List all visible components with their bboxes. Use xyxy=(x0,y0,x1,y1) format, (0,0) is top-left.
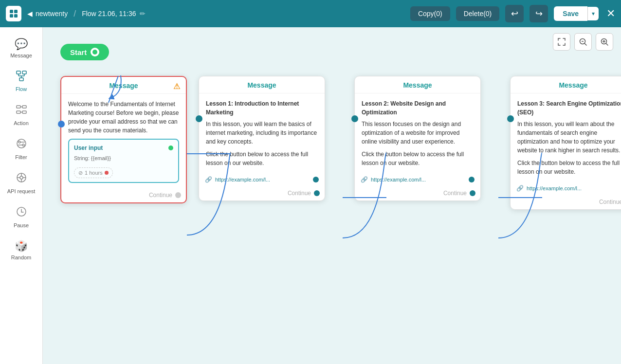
delete-button[interactable]: Delete(0) xyxy=(456,6,500,21)
node1-continue-row: Continue xyxy=(61,189,186,202)
workspace-name: newtwenty xyxy=(36,10,68,18)
node3-body: Lesson 2: Website Design and Optimizatio… xyxy=(355,93,480,173)
action-icon xyxy=(16,104,27,118)
node3-continue-label: Continue xyxy=(443,190,467,197)
edit-flow-name-icon[interactable]: ✏ xyxy=(140,10,146,18)
node2-continue-row: Continue xyxy=(199,187,325,200)
copy-button[interactable]: Copy(0) xyxy=(410,6,450,21)
node4-lesson-desc: In this lesson, you will learn about the… xyxy=(517,120,621,155)
fit-view-button[interactable] xyxy=(553,33,570,51)
api-icon xyxy=(16,172,27,186)
svg-line-31 xyxy=(585,44,587,46)
node4-left-connector[interactable] xyxy=(507,115,514,122)
workspace-arrow-icon: ◀ xyxy=(27,10,33,18)
sidebar-item-api[interactable]: API request xyxy=(3,167,40,199)
node4-continue-row: Continue xyxy=(511,196,621,209)
svg-rect-11 xyxy=(17,106,20,108)
node4-header: Message xyxy=(511,76,621,93)
node4-type-label: Message xyxy=(559,81,587,89)
node4-cta: Click the button below to access the ful… xyxy=(517,159,621,176)
node4-link-text: https://example.com/l... xyxy=(527,185,621,191)
warning-icon: ⚠ xyxy=(173,82,180,91)
start-label: Start xyxy=(70,48,87,56)
node1-continue-dot xyxy=(175,192,181,198)
svg-point-18 xyxy=(18,141,20,143)
sidebar-item-flow[interactable]: Flow xyxy=(3,65,40,97)
sidebar-item-random[interactable]: 🎲 Random xyxy=(3,235,40,265)
sidebar-item-action[interactable]: Action xyxy=(3,99,40,131)
node-3[interactable]: Message Lesson 2: Website Design and Opt… xyxy=(354,76,481,201)
node-4[interactable]: Message Lesson 3: Search Engine Optimiza… xyxy=(510,76,621,210)
node4-continue-label: Continue xyxy=(599,199,621,205)
svg-point-19 xyxy=(22,144,24,146)
save-dropdown-button[interactable]: ▾ xyxy=(587,7,599,20)
node3-lesson-title: Lesson 2: Website Design and Optimizatio… xyxy=(362,99,474,117)
workspace-selector[interactable]: ◀ newtwenty xyxy=(27,10,68,18)
svg-rect-0 xyxy=(10,10,13,13)
sidebar-item-label-pause: Pause xyxy=(14,222,29,228)
node3-left-connector[interactable] xyxy=(351,115,358,122)
svg-rect-6 xyxy=(19,78,23,81)
node2-left-connector[interactable] xyxy=(196,115,202,122)
node3-link-row[interactable]: 🔗 https://example.com/l... xyxy=(355,173,480,187)
sidebar-item-label-message: Message xyxy=(10,53,32,58)
svg-point-23 xyxy=(20,176,23,179)
timer-icon: ⊘ xyxy=(78,169,83,177)
sidebar-item-label-filter: Filter xyxy=(15,154,27,160)
node3-lesson-desc: This lesson focuses on the design and op… xyxy=(362,120,474,146)
node2-link-row[interactable]: 🔗 https://example.com/l... xyxy=(199,173,325,187)
svg-line-35 xyxy=(606,44,608,46)
redo-icon: ↪ xyxy=(535,8,543,19)
node3-cta: Click the button below to access the ful… xyxy=(362,150,474,167)
node3-type-label: Message xyxy=(403,81,432,89)
redo-button[interactable]: ↪ xyxy=(530,5,548,22)
sidebar-item-pause[interactable]: Pause xyxy=(3,201,40,233)
node-1[interactable]: Message ⚠ Welcome to the Fundamentals of… xyxy=(60,76,187,203)
sidebar: 💬 Message Flow xyxy=(0,27,43,364)
sidebar-item-label-random: Random xyxy=(11,255,32,260)
start-button[interactable]: Start xyxy=(60,44,109,60)
node1-header: Message ⚠ xyxy=(61,77,186,94)
sidebar-item-message[interactable]: 💬 Message xyxy=(3,33,40,63)
node4-link-row[interactable]: 🔗 https://example.com/l... xyxy=(511,182,621,196)
node2-type-label: Message xyxy=(247,81,276,89)
node2-continue-dot xyxy=(314,190,320,196)
node3-continue-dot xyxy=(470,190,475,196)
zoom-in-button[interactable] xyxy=(574,33,592,51)
user-input-value: String: {{email}} xyxy=(74,154,173,163)
svg-rect-4 xyxy=(17,71,20,74)
node1-type-label: Message xyxy=(109,82,138,90)
pause-icon xyxy=(16,206,27,220)
node3-link-text: https://example.com/l... xyxy=(371,177,466,182)
user-input-box[interactable]: User input String: {{email}} ⊘ 1 hours xyxy=(68,139,179,183)
user-input-timer: ⊘ 1 hours xyxy=(74,167,113,179)
node2-continue-label: Continue xyxy=(288,190,311,197)
flow-canvas[interactable]: Start Message ⚠ xyxy=(43,27,621,364)
sidebar-item-filter[interactable]: Filter xyxy=(3,133,40,165)
node2-lesson-title: Lesson 1: Introduction to Internet Marke… xyxy=(206,99,318,117)
svg-rect-5 xyxy=(22,71,26,74)
save-button[interactable]: Save xyxy=(554,6,587,21)
user-input-active-dot xyxy=(168,146,173,150)
undo-button[interactable]: ↩ xyxy=(505,5,524,22)
node2-header: Message xyxy=(199,76,325,93)
node1-left-connector[interactable] xyxy=(58,121,65,127)
zoom-out-button[interactable] xyxy=(596,33,613,51)
start-dot xyxy=(91,48,99,56)
node2-lesson-desc: In this lesson, you will learn the basic… xyxy=(206,120,318,146)
app-logo[interactable] xyxy=(6,6,21,21)
node1-text: Welcome to the Fundamentals of Internet … xyxy=(68,101,179,134)
message-icon: 💬 xyxy=(15,38,28,51)
node4-body: Lesson 3: Search Engine Optimization (SE… xyxy=(511,93,621,182)
flow-name-container: Flow 21.06, 11:36 ✏ xyxy=(82,10,146,18)
svg-rect-14 xyxy=(22,111,26,113)
node-2[interactable]: Message Lesson 1: Introduction to Intern… xyxy=(199,76,325,201)
link-icon: 🔗 xyxy=(205,176,212,183)
node1-continue-label: Continue xyxy=(149,192,172,199)
timer-value: 1 hours xyxy=(85,169,103,177)
close-button[interactable]: ✕ xyxy=(606,7,615,20)
svg-rect-1 xyxy=(14,10,18,13)
random-icon: 🎲 xyxy=(15,240,28,253)
svg-point-17 xyxy=(17,139,26,148)
svg-rect-13 xyxy=(17,111,20,113)
